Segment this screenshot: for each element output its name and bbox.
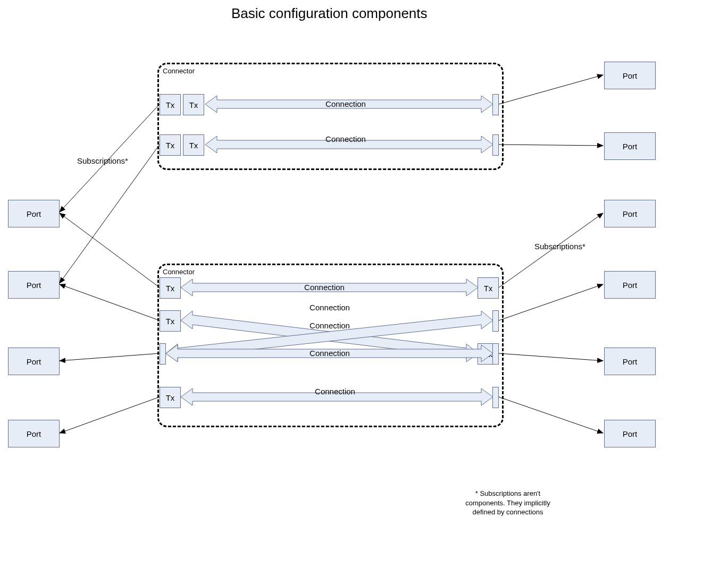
port-box: Port (604, 200, 656, 227)
connector-bottom-label: Connector (163, 268, 195, 276)
subscriptions-label-left: Subscriptions* (77, 156, 128, 165)
tx-box: Tx (160, 310, 181, 332)
svg-line-10 (60, 284, 160, 320)
svg-line-16 (499, 284, 603, 320)
endpoint-stub (492, 310, 499, 332)
port-box: Port (604, 62, 656, 89)
connector-top-label: Connector (163, 67, 195, 75)
tx-box: Tx (160, 94, 181, 115)
svg-line-14 (499, 145, 603, 146)
diagram-canvas: { "title": "Basic configuration componen… (0, 0, 728, 567)
tx-box: Tx (478, 277, 499, 299)
connector-top (157, 63, 504, 170)
endpoint-stub (492, 387, 499, 408)
tx-box: Tx (183, 134, 204, 156)
tx-box: Tx (183, 94, 204, 115)
connector-bottom (157, 264, 504, 427)
footnote: * Subscriptions aren't components. They … (463, 489, 553, 517)
svg-line-9 (60, 213, 160, 287)
svg-line-8 (60, 145, 160, 283)
endpoint-stub (160, 343, 166, 365)
tx-box: Tx (160, 134, 181, 156)
port-box: Port (604, 348, 656, 375)
tx-box: Tx (160, 277, 181, 299)
endpoint-stub (492, 94, 499, 115)
port-box: Port (604, 132, 656, 160)
endpoint-stub (492, 134, 499, 156)
svg-line-18 (499, 397, 603, 433)
svg-line-11 (60, 353, 160, 361)
port-box: Port (604, 271, 656, 299)
subscriptions-label-right: Subscriptions* (534, 242, 585, 251)
tx-box: Tx (160, 387, 181, 408)
port-box: Port (8, 200, 60, 227)
svg-line-12 (60, 397, 160, 433)
endpoint-stub (492, 343, 499, 365)
diagram-title: Basic configuration components (231, 5, 428, 22)
port-box: Port (604, 420, 656, 447)
port-box: Port (8, 420, 60, 447)
port-box: Port (8, 271, 60, 299)
svg-line-13 (499, 75, 603, 104)
svg-line-17 (499, 353, 603, 361)
port-box: Port (8, 348, 60, 375)
